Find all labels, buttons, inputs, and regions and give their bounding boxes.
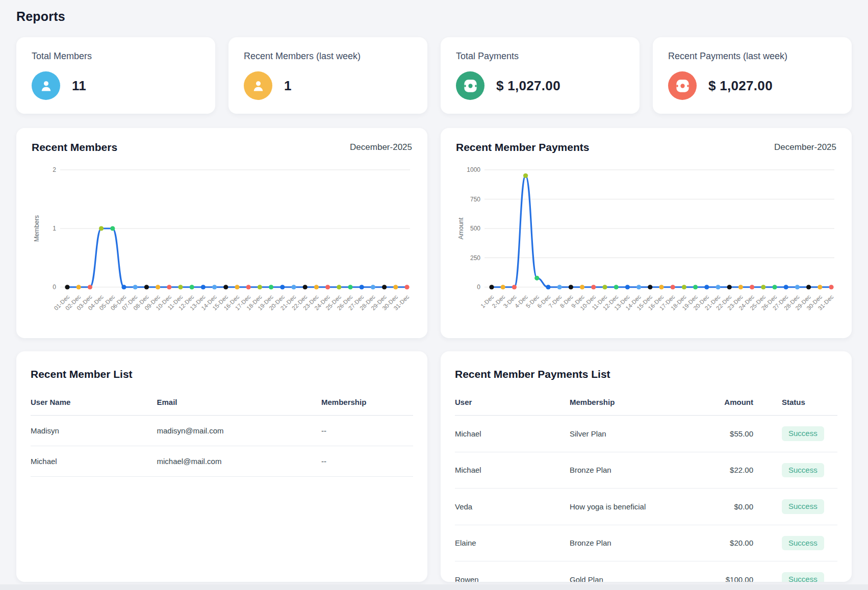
cash-icon (456, 71, 484, 100)
status-badge: Success (782, 572, 824, 582)
stat-value: 1 (284, 78, 292, 94)
col-header-membership: Membership (570, 392, 707, 416)
svg-text:Amount: Amount (457, 217, 465, 240)
svg-text:250: 250 (470, 254, 480, 262)
recent-member-list-card: Recent Member List User Name Email Membe… (16, 351, 427, 582)
list-title: Recent Member Payments List (455, 368, 837, 380)
payment-row: ElaineBronze Plan$20.00Success (455, 525, 837, 561)
page-title: Reports (16, 9, 852, 24)
stat-card-recent-members: Recent Members (last week) 1 (228, 37, 427, 114)
status-badge: Success (782, 426, 824, 441)
status-badge: Success (782, 463, 824, 478)
chart-title: Recent Member Payments (456, 141, 589, 153)
payment-row: MichaelBronze Plan$22.00Success (455, 452, 837, 489)
payment-status-cell: Success (753, 489, 837, 525)
members-line-chart: 012Members01-Dec02-Dec03-Dec04-Dec05-Dec… (32, 158, 412, 326)
stat-label: Total Payments (456, 51, 624, 62)
svg-text:Members: Members (33, 215, 40, 242)
stat-label: Total Members (32, 51, 200, 62)
recent-member-payments-chart-card: Recent Member Payments December-2025 025… (441, 128, 852, 338)
member-row: Michaelmichael@mail.com-- (31, 446, 413, 477)
svg-text:1: 1 (53, 225, 56, 232)
table-header-row: User Name Email Membership (31, 392, 413, 416)
user-icon (244, 71, 272, 100)
payment-status-cell: Success (753, 416, 837, 452)
stat-label: Recent Payments (last week) (668, 51, 836, 62)
payment-row: VedaHow yoga is beneficial$0.00Success (455, 489, 837, 525)
svg-text:1000: 1000 (467, 166, 480, 173)
recent-members-chart-card: Recent Members December-2025 012Members0… (16, 128, 427, 338)
member-user-cell: Madisyn (31, 416, 157, 446)
member-user-cell: Michael (31, 446, 157, 477)
user-icon (32, 71, 60, 100)
chart-title: Recent Members (32, 141, 117, 153)
payment-amount-cell: $55.00 (707, 416, 753, 452)
card-head: Recent Members December-2025 (32, 141, 412, 153)
stat-card-total-members: Total Members 11 (16, 37, 215, 114)
svg-text:500: 500 (470, 225, 480, 232)
charts-row: Recent Members December-2025 012Members0… (16, 128, 852, 338)
reports-page: Reports Total Members 11 Recent Members … (0, 0, 868, 582)
stats-row: Total Members 11 Recent Members (last we… (16, 37, 852, 114)
status-badge: Success (782, 536, 824, 551)
payment-status-cell: Success (753, 525, 837, 561)
payments-line-chart: 02505007501000Amount1-Dec2-Dec3-Dec4-Dec… (456, 158, 836, 326)
member-row: Madisynmadisyn@mail.com-- (31, 416, 413, 446)
cash-icon (668, 71, 697, 100)
payment-amount-cell: $100.00 (707, 561, 753, 582)
payment-row: MichaelSilver Plan$55.00Success (455, 416, 837, 452)
payment-amount-cell: $0.00 (707, 489, 753, 525)
stat-value: $ 1,027.00 (496, 78, 560, 94)
payment-membership-cell: Bronze Plan (570, 452, 707, 489)
col-header-membership: Membership (321, 392, 413, 416)
stat-card-recent-payments: Recent Payments (last week) $ 1,027.00 (653, 37, 852, 114)
svg-text:2: 2 (53, 166, 56, 173)
payment-user-cell: Michael (455, 416, 570, 452)
payment-amount-cell: $22.00 (707, 452, 753, 489)
chart-period: December-2025 (774, 142, 836, 152)
member-email-cell: michael@mail.com (157, 446, 322, 477)
stat-label: Recent Members (last week) (244, 51, 412, 62)
status-badge: Success (782, 499, 824, 514)
payment-user-cell: Elaine (455, 525, 570, 561)
stat-value: $ 1,027.00 (708, 78, 773, 94)
payment-status-cell: Success (753, 561, 837, 582)
table-header-row: User Membership Amount Status (455, 392, 837, 416)
recent-member-payments-list-card: Recent Member Payments List User Members… (441, 351, 852, 582)
member-email-cell: madisyn@mail.com (157, 416, 322, 446)
svg-text:0: 0 (53, 284, 56, 291)
payment-user-cell: Rowen (455, 561, 570, 582)
chart-period: December-2025 (350, 142, 412, 152)
lists-row: Recent Member List User Name Email Membe… (16, 351, 852, 582)
payment-membership-cell: Bronze Plan (570, 525, 707, 561)
col-header-status: Status (753, 392, 837, 416)
member-membership-cell: -- (321, 446, 413, 477)
payment-membership-cell: How yoga is beneficial (570, 489, 707, 525)
member-membership-cell: -- (321, 416, 413, 446)
col-header-user-name: User Name (31, 392, 157, 416)
stat-card-total-payments: Total Payments $ 1,027.00 (441, 37, 640, 114)
svg-text:750: 750 (470, 196, 480, 203)
list-title: Recent Member List (31, 368, 413, 380)
col-header-email: Email (157, 392, 322, 416)
col-header-user: User (455, 392, 570, 416)
payment-membership-cell: Silver Plan (570, 416, 707, 452)
recent-member-payments-table: User Membership Amount Status MichaelSil… (455, 392, 837, 582)
col-header-amount: Amount (707, 392, 753, 416)
card-head: Recent Member Payments December-2025 (456, 141, 836, 153)
payment-user-cell: Michael (455, 452, 570, 489)
bottom-edge (0, 584, 868, 590)
svg-text:0: 0 (477, 284, 480, 291)
stat-value: 11 (72, 78, 86, 94)
payment-status-cell: Success (753, 452, 837, 489)
payment-user-cell: Veda (455, 489, 570, 525)
payment-membership-cell: Gold Plan (570, 561, 707, 582)
payment-row: RowenGold Plan$100.00Success (455, 561, 837, 582)
recent-member-table: User Name Email Membership Madisynmadisy… (31, 392, 413, 477)
payment-amount-cell: $20.00 (707, 525, 753, 561)
